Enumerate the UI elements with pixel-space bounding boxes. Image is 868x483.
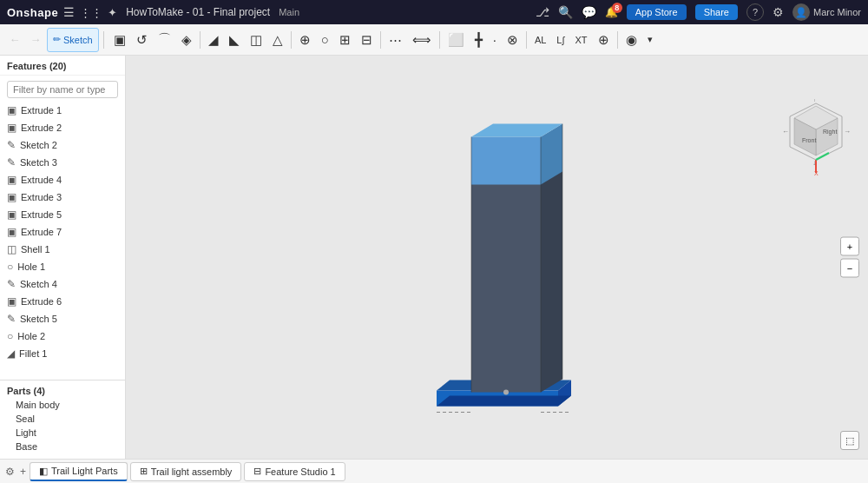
svg-text:Front: Front <box>802 137 816 143</box>
tool-draft[interactable]: △ <box>267 28 288 52</box>
structure-icon[interactable]: ⋮⋮ <box>80 6 102 19</box>
zoom-out-button[interactable]: − <box>840 259 859 278</box>
notification-badge[interactable]: 🔔 8 <box>605 6 618 18</box>
tool-shell[interactable]: ◫ <box>245 28 267 52</box>
top-navigation-bar: Onshape ☰ ⋮⋮ ✦ HowToMake - 01 - Final pr… <box>0 0 868 24</box>
sketch-icon: ✏ <box>53 34 61 45</box>
part-item[interactable]: Seal <box>0 412 125 426</box>
search-icon[interactable]: 🔍 <box>558 5 573 19</box>
tool-point[interactable]: · <box>488 28 502 52</box>
feature-item[interactable]: ○Hole 1 <box>0 258 125 275</box>
user-menu[interactable]: 👤 Marc Minor <box>792 3 861 21</box>
context-label: Main <box>279 7 299 17</box>
sketch-button[interactable]: ✏ Sketch <box>47 28 99 52</box>
navigation-cube[interactable]: Front Right X ↑ ← → ↓ <box>781 99 851 177</box>
feature-item[interactable]: ◢Fillet 1 <box>0 345 125 362</box>
main-content: Features (20) ▣Extrude 1▣Extrude 2✎Sketc… <box>0 56 868 459</box>
tool-chamfer[interactable]: ◣ <box>224 28 245 52</box>
app-logo: Onshape <box>7 6 58 19</box>
tool-sweep[interactable]: ⌒ <box>153 28 176 52</box>
redo-button[interactable]: → <box>26 30 45 50</box>
tool-extrude[interactable]: ▣ <box>108 28 131 52</box>
tool-pattern[interactable]: ⊞ <box>334 28 356 52</box>
column-front-face <box>471 182 541 393</box>
tool-revolve[interactable]: ↺ <box>131 28 153 52</box>
loft-icon: ◈ <box>181 32 192 48</box>
svg-text:↑: ↑ <box>812 99 816 103</box>
feature-item[interactable]: ▣Extrude 5 <box>0 206 125 223</box>
user-name: Marc Minor <box>813 7 861 17</box>
sketch-icon: ✎ <box>7 278 16 290</box>
feature-item[interactable]: ▣Extrude 4 <box>0 171 125 189</box>
branch-icon-2[interactable]: ⎇ <box>536 5 549 19</box>
feature-name: Extrude 2 <box>21 122 62 133</box>
status-left-icons: ⚙ + <box>5 466 26 478</box>
tool-render-settings[interactable]: ◉ <box>621 28 642 52</box>
app-store-button[interactable]: App Store <box>627 4 687 20</box>
toolbar-divider-6 <box>526 31 527 49</box>
feature-item[interactable]: ▣Extrude 6 <box>0 293 125 310</box>
chat-icon[interactable]: 💬 <box>582 5 596 19</box>
point-icon: · <box>493 32 496 47</box>
axis-icon: ╋ <box>475 32 483 48</box>
part-item[interactable]: Light <box>0 426 125 440</box>
xt-icon: XT <box>575 35 587 45</box>
tool-fillet[interactable]: ◢ <box>203 28 224 52</box>
tab-1[interactable]: ◧Trail Light Parts <box>30 462 128 481</box>
3d-viewport[interactable]: Front Right X ↑ ← → ↓ + − ⬚ <box>126 56 868 459</box>
column-right-face <box>541 169 562 393</box>
shell-icon: ◫ <box>7 243 16 255</box>
add-tab-icon[interactable]: + <box>20 466 26 478</box>
part-item[interactable]: Main body <box>0 398 125 412</box>
tool-plane[interactable]: ⬜ <box>443 28 470 52</box>
hole-icon: ○ <box>321 32 329 47</box>
toolbar-divider-4 <box>380 31 381 49</box>
view-cube-button[interactable]: ⬚ <box>840 431 859 450</box>
filter-input[interactable] <box>7 81 118 98</box>
variable-icon: AL <box>535 35 546 45</box>
tool-mate[interactable]: ⊗ <box>502 28 523 52</box>
feature-item[interactable]: ▣Extrude 2 <box>0 119 125 136</box>
tool-axis[interactable]: ╋ <box>470 28 488 52</box>
zoom-in-button[interactable]: + <box>840 237 859 256</box>
feature-name: Extrude 5 <box>21 209 62 220</box>
extrude-icon: ▣ <box>7 174 16 186</box>
tool-measure[interactable]: ⟺ <box>407 28 437 52</box>
feature-item[interactable]: ✎Sketch 2 <box>0 136 125 154</box>
undo-button[interactable]: ← <box>5 30 24 50</box>
feature-item[interactable]: ▣Extrude 7 <box>0 223 125 241</box>
feature-item[interactable]: ✎Sketch 3 <box>0 154 125 171</box>
tool-boolean[interactable]: ⊕ <box>294 28 316 52</box>
hamburger-menu-icon[interactable]: ☰ <box>63 5 75 19</box>
tab-2[interactable]: ⊞Trail light assembly <box>130 462 242 481</box>
feature-item[interactable]: ◫Shell 1 <box>0 241 125 258</box>
settings-icon[interactable]: ⚙ <box>773 5 784 19</box>
branch-icon[interactable]: ✦ <box>108 6 117 19</box>
tool-hole[interactable]: ○ <box>316 28 334 52</box>
settings-status-icon[interactable]: ⚙ <box>5 466 15 478</box>
tab-icon: ⊞ <box>140 466 148 477</box>
help-button[interactable]: ? <box>746 3 764 21</box>
feature-item[interactable]: ▣Extrude 1 <box>0 102 125 119</box>
tool-mirror[interactable]: ⊟ <box>356 28 378 52</box>
tool-more[interactable]: ⋯ <box>384 28 407 52</box>
status-bar: ⚙ + ◧Trail Light Parts⊞Trail light assem… <box>0 459 868 483</box>
tool-render-dropdown[interactable]: ▾ <box>642 28 658 52</box>
tool-plus-circle[interactable]: ⊕ <box>593 28 615 52</box>
feature-item[interactable]: ✎Sketch 5 <box>0 310 125 328</box>
svg-text:Right: Right <box>823 129 837 136</box>
feature-item[interactable]: ○Hole 2 <box>0 328 125 345</box>
toolbar-divider-1 <box>103 31 104 49</box>
sketch-icon: ✎ <box>7 139 16 151</box>
tool-xt[interactable]: XT <box>569 28 592 52</box>
tool-loft[interactable]: ◈ <box>176 28 197 52</box>
part-item[interactable]: Base <box>0 440 125 453</box>
feature-item[interactable]: ✎Sketch 4 <box>0 275 125 293</box>
tab-3[interactable]: ⊟Feature Studio 1 <box>244 462 345 481</box>
extrude-icon: ▣ <box>7 104 16 116</box>
share-button[interactable]: Share <box>695 4 738 20</box>
tool-variable[interactable]: AL <box>529 28 551 52</box>
tool-units[interactable]: L∫ <box>551 28 569 52</box>
plane-icon: ⬜ <box>448 32 464 48</box>
feature-item[interactable]: ▣Extrude 3 <box>0 189 125 206</box>
